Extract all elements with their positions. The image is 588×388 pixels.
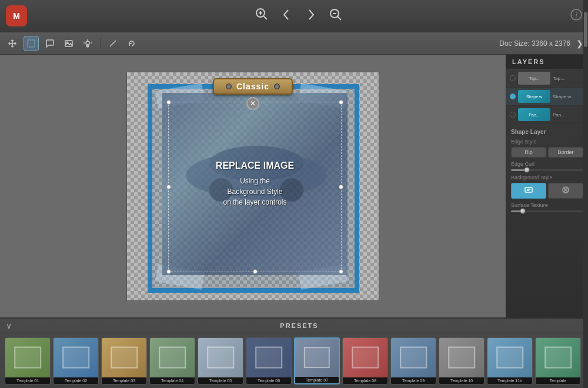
expand-button[interactable]: ❯	[576, 39, 583, 48]
bg-style-buttons	[511, 183, 583, 199]
preset-label-04: Template 04	[150, 377, 195, 384]
layer-thumb-label-2: Shape w	[526, 95, 542, 99]
surface-texture-label: Surface Texture	[511, 202, 583, 208]
preset-item-09[interactable]: Template 09	[390, 337, 436, 384]
edge-curl-track	[511, 169, 526, 171]
surface-texture-section: Surface Texture	[511, 202, 583, 212]
replace-image-overlay: REPLACE IMAGE Using theBackground Styleo…	[216, 160, 294, 208]
svg-rect-13	[28, 40, 35, 47]
preset-label-09: Template 09	[391, 377, 436, 384]
preset-item-12[interactable]: Template	[535, 337, 581, 384]
info-button[interactable]: i	[570, 9, 582, 23]
move-tool[interactable]	[5, 36, 20, 51]
edge-curl-slider[interactable]	[511, 169, 583, 171]
svg-text:i: i	[576, 11, 577, 19]
preset-item-07[interactable]: Template 07	[294, 337, 340, 384]
presets-chevron[interactable]: ∨	[6, 321, 12, 330]
back-button[interactable]	[279, 8, 293, 25]
preset-item-06[interactable]: Template 06	[246, 337, 292, 384]
layer-label-3: Pan...	[553, 112, 584, 118]
bolt-left	[226, 83, 232, 89]
preset-item-01[interactable]: Template 01	[5, 337, 51, 384]
layer-thumb-2: Shape w	[518, 90, 550, 103]
layer-label-2: Shape w...	[553, 94, 584, 99]
preset-item-05[interactable]: Template 05	[198, 337, 243, 384]
preset-mini-frame-05	[207, 347, 234, 369]
preset-thumb-07	[295, 339, 339, 377]
preset-item-02[interactable]: Template 02	[53, 337, 99, 384]
preset-thumb-10	[439, 338, 484, 377]
preset-thumb-04	[150, 338, 195, 377]
scrollbar-right[interactable]	[583, 55, 588, 317]
background-style-label: Background Style	[511, 175, 583, 180]
zoom-out-button[interactable]	[329, 8, 343, 25]
presets-scrollarea[interactable]: Template 01Template 02Template 03Templat…	[0, 333, 588, 388]
preset-mini-frame-02	[62, 347, 89, 369]
svg-line-21	[110, 41, 116, 46]
border-button[interactable]: Border	[548, 147, 583, 158]
svg-text:M: M	[13, 11, 20, 21]
layers-header: LAYERS	[506, 55, 588, 69]
surface-slider-thumb[interactable]	[520, 208, 526, 214]
preset-label-06: Template 06	[246, 377, 291, 384]
top-bar: M i	[0, 0, 588, 32]
bg-style-btn-1[interactable]	[511, 183, 546, 199]
preset-thumb-01	[5, 338, 50, 377]
preset-label-08: Template 08	[343, 377, 387, 384]
presets-section: ∨ PRESETS Template 01Template 02Template…	[0, 317, 588, 388]
replace-image-title: REPLACE IMAGE	[216, 160, 294, 171]
edge-style-buttons: Rip Border	[511, 147, 583, 158]
preset-mini-frame-11b	[496, 347, 523, 369]
preset-thumb-02	[54, 338, 98, 377]
preset-item-03[interactable]: Template 03	[101, 337, 147, 384]
layer-radio-3[interactable]	[510, 112, 516, 118]
forward-button[interactable]	[304, 8, 318, 25]
presets-header: ∨ PRESETS	[0, 319, 588, 333]
layer-item-2[interactable]: Shape w Shape w...	[506, 88, 588, 106]
pen-tool[interactable]	[105, 36, 121, 51]
preset-mini-frame-12	[544, 347, 572, 369]
preset-thumb-08	[343, 338, 387, 377]
top-bar-tools	[39, 7, 559, 25]
doc-size: Doc Size: 3360 x 2376	[499, 39, 570, 48]
preset-thumb-05	[198, 338, 243, 377]
canvas-wrapper: REPLACE IMAGE Using theBackground Styleo…	[126, 72, 379, 301]
classic-label: Classic	[213, 78, 293, 95]
preset-item-04[interactable]: Template 04	[149, 337, 195, 384]
edge-style-label: Edge Style	[511, 139, 583, 145]
light-tool[interactable]	[80, 36, 95, 51]
bolt-right	[274, 83, 280, 89]
bg-style-btn-2[interactable]	[548, 183, 583, 199]
preset-mini-frame-09	[400, 347, 427, 369]
rip-button[interactable]: Rip	[511, 147, 546, 158]
image-tool[interactable]	[61, 36, 76, 51]
svg-point-16	[86, 41, 89, 45]
layer-radio-1[interactable]	[510, 75, 516, 81]
replace-image-subtitle: Using theBackground Styleon the layer co…	[216, 176, 294, 208]
select-tool[interactable]	[24, 36, 39, 51]
edge-curl-thumb[interactable]	[524, 167, 530, 173]
preset-item-10[interactable]: Template 10	[439, 337, 485, 384]
preset-item-11b[interactable]: Template 11b	[487, 337, 533, 384]
surface-texture-slider[interactable]	[511, 210, 583, 212]
preset-thumb-03	[102, 338, 146, 377]
preset-label-12: Template	[536, 377, 580, 384]
close-button[interactable]: ✕	[246, 97, 259, 110]
rotate-tool[interactable]	[124, 36, 139, 51]
preset-item-08[interactable]: Template 08	[342, 337, 388, 384]
preset-label-11b: Template 11b	[487, 377, 532, 384]
preset-label-02: Template 02	[54, 377, 98, 384]
toolbar: Doc Size: 3360 x 2376 ❯	[0, 32, 588, 55]
layer-thumb-1: Tap...	[518, 72, 550, 85]
preset-mini-frame-04	[159, 347, 186, 369]
layer-item-1[interactable]: Tap... Tap...	[506, 69, 588, 88]
canvas-area: REPLACE IMAGE Using theBackground Styleo…	[0, 55, 506, 317]
layer-thumb-label-3: Pan...	[529, 113, 539, 117]
surface-slider-container	[511, 210, 583, 212]
preset-mini-frame-01	[14, 347, 41, 369]
preset-thumb-12	[536, 338, 580, 377]
layer-item-3[interactable]: Pan... Pan...	[506, 106, 588, 124]
layer-radio-2[interactable]	[510, 93, 516, 99]
zoom-in-button[interactable]	[255, 7, 269, 25]
comment-tool[interactable]	[42, 36, 58, 51]
